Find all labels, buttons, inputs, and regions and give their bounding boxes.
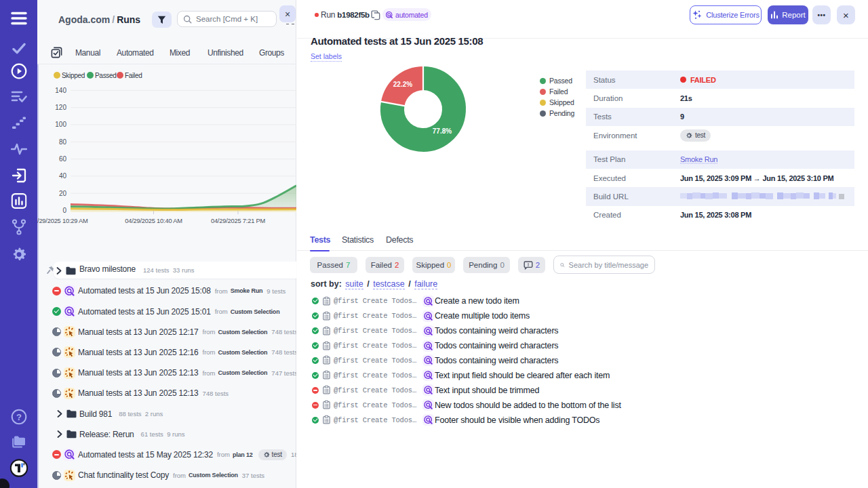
svg-text:?: ?	[16, 412, 22, 422]
svg-text:20: 20	[59, 190, 67, 197]
svg-text:77.8%: 77.8%	[433, 127, 452, 135]
svg-text:Failed: Failed	[125, 72, 142, 79]
svg-text:/29/2025 10:29 AM: /29/2025 10:29 AM	[37, 218, 88, 224]
svg-text:80: 80	[59, 138, 67, 146]
svg-text:100: 100	[55, 121, 66, 128]
svg-text:Skipped: Skipped	[62, 72, 85, 79]
svg-text:22.2%: 22.2%	[393, 81, 412, 88]
svg-text:04/29/2025 7:21 PM: 04/29/2025 7:21 PM	[211, 218, 265, 224]
svg-text:0: 0	[62, 207, 66, 214]
svg-text:04/29/2025 10:40 AM: 04/29/2025 10:40 AM	[125, 218, 182, 224]
svg-text:Passed: Passed	[95, 72, 117, 79]
svg-text:40: 40	[59, 172, 67, 180]
svg-text:120: 120	[55, 104, 66, 111]
svg-text:140: 140	[55, 87, 66, 94]
svg-text:60: 60	[59, 155, 67, 163]
